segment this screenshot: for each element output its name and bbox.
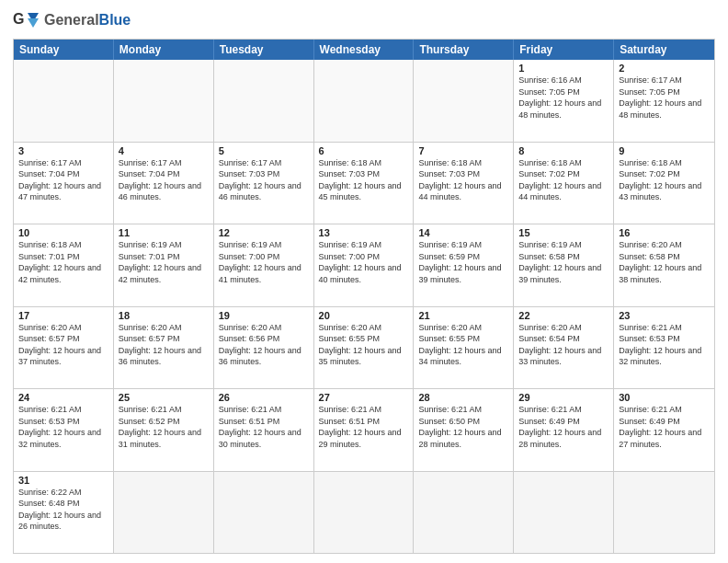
- calendar-cell: [114, 60, 214, 142]
- calendar-cell: 15Sunrise: 6:19 AM Sunset: 6:58 PM Dayli…: [514, 224, 614, 306]
- header: G GeneralBlue: [13, 9, 715, 31]
- day-number: 18: [119, 310, 209, 321]
- day-number: 6: [319, 145, 409, 156]
- cell-info: Sunrise: 6:18 AM Sunset: 7:03 PM Dayligh…: [319, 157, 409, 203]
- cell-info: Sunrise: 6:21 AM Sunset: 6:53 PM Dayligh…: [619, 322, 710, 368]
- cell-info: Sunrise: 6:17 AM Sunset: 7:04 PM Dayligh…: [119, 157, 209, 203]
- calendar-cell: 28Sunrise: 6:21 AM Sunset: 6:50 PM Dayli…: [414, 389, 514, 471]
- day-number: 3: [18, 145, 108, 156]
- cell-info: Sunrise: 6:20 AM Sunset: 6:54 PM Dayligh…: [518, 322, 609, 368]
- day-number: 31: [18, 475, 108, 486]
- weekday-header: Tuesday: [214, 40, 314, 60]
- weekday-header: Monday: [114, 40, 214, 60]
- calendar-cell: 25Sunrise: 6:21 AM Sunset: 6:52 PM Dayli…: [114, 389, 214, 471]
- weekday-header: Friday: [514, 40, 614, 60]
- calendar-cell: [414, 60, 514, 142]
- day-number: 11: [119, 227, 209, 238]
- cell-info: Sunrise: 6:19 AM Sunset: 7:01 PM Dayligh…: [119, 239, 209, 285]
- calendar-cell: 14Sunrise: 6:19 AM Sunset: 6:59 PM Dayli…: [414, 224, 514, 306]
- svg-marker-2: [28, 18, 39, 28]
- calendar-cell: [614, 472, 714, 554]
- cell-info: Sunrise: 6:22 AM Sunset: 6:48 PM Dayligh…: [18, 487, 108, 533]
- calendar-cell: 2Sunrise: 6:17 AM Sunset: 7:05 PM Daylig…: [614, 60, 714, 142]
- calendar-cell: 24Sunrise: 6:21 AM Sunset: 6:53 PM Dayli…: [14, 389, 114, 471]
- calendar-cell: [514, 472, 614, 554]
- calendar-cell: 27Sunrise: 6:21 AM Sunset: 6:51 PM Dayli…: [314, 389, 415, 471]
- calendar-row: 31Sunrise: 6:22 AM Sunset: 6:48 PM Dayli…: [14, 471, 714, 554]
- calendar-cell: [14, 60, 114, 142]
- weekday-header: Sunday: [14, 40, 114, 60]
- day-number: 9: [619, 145, 710, 156]
- cell-info: Sunrise: 6:17 AM Sunset: 7:04 PM Dayligh…: [18, 157, 108, 203]
- day-number: 22: [518, 310, 609, 321]
- calendar-cell: [114, 472, 214, 554]
- calendar-cell: 23Sunrise: 6:21 AM Sunset: 6:53 PM Dayli…: [614, 307, 714, 389]
- day-number: 7: [418, 145, 508, 156]
- calendar-cell: 17Sunrise: 6:20 AM Sunset: 6:57 PM Dayli…: [14, 307, 114, 389]
- calendar-cell: [214, 60, 314, 142]
- day-number: 5: [219, 145, 309, 156]
- day-number: 4: [119, 145, 209, 156]
- calendar-cell: 26Sunrise: 6:21 AM Sunset: 6:51 PM Dayli…: [214, 389, 314, 471]
- calendar-cell: 18Sunrise: 6:20 AM Sunset: 6:57 PM Dayli…: [114, 307, 214, 389]
- day-number: 15: [518, 227, 609, 238]
- calendar-row: 1Sunrise: 6:16 AM Sunset: 7:05 PM Daylig…: [14, 60, 714, 142]
- day-number: 27: [319, 392, 409, 403]
- cell-info: Sunrise: 6:21 AM Sunset: 6:51 PM Dayligh…: [319, 404, 409, 450]
- day-number: 16: [619, 227, 710, 238]
- weekday-header: Thursday: [414, 40, 514, 60]
- day-number: 12: [219, 227, 309, 238]
- cell-info: Sunrise: 6:21 AM Sunset: 6:51 PM Dayligh…: [219, 404, 309, 450]
- cell-info: Sunrise: 6:18 AM Sunset: 7:02 PM Dayligh…: [518, 157, 609, 203]
- day-number: 17: [18, 310, 108, 321]
- cell-info: Sunrise: 6:19 AM Sunset: 6:58 PM Dayligh…: [518, 239, 609, 285]
- logo: G GeneralBlue: [13, 9, 131, 31]
- calendar-cell: 3Sunrise: 6:17 AM Sunset: 7:04 PM Daylig…: [14, 143, 114, 224]
- day-number: 25: [119, 392, 209, 403]
- cell-info: Sunrise: 6:21 AM Sunset: 6:53 PM Dayligh…: [18, 404, 108, 450]
- logo-label: GeneralBlue: [44, 12, 131, 29]
- calendar-cell: 11Sunrise: 6:19 AM Sunset: 7:01 PM Dayli…: [114, 224, 214, 306]
- day-number: 10: [18, 227, 108, 238]
- logo-icon: G: [13, 9, 40, 31]
- calendar-header: SundayMondayTuesdayWednesdayThursdayFrid…: [14, 40, 714, 60]
- cell-info: Sunrise: 6:20 AM Sunset: 6:57 PM Dayligh…: [18, 322, 108, 368]
- calendar: SundayMondayTuesdayWednesdayThursdayFrid…: [13, 39, 715, 554]
- calendar-cell: 12Sunrise: 6:19 AM Sunset: 7:00 PM Dayli…: [214, 224, 314, 306]
- cell-info: Sunrise: 6:17 AM Sunset: 7:05 PM Dayligh…: [619, 75, 710, 121]
- calendar-cell: 29Sunrise: 6:21 AM Sunset: 6:49 PM Dayli…: [514, 389, 614, 471]
- cell-info: Sunrise: 6:19 AM Sunset: 7:00 PM Dayligh…: [319, 239, 409, 285]
- calendar-body: 1Sunrise: 6:16 AM Sunset: 7:05 PM Daylig…: [14, 60, 714, 553]
- calendar-row: 3Sunrise: 6:17 AM Sunset: 7:04 PM Daylig…: [14, 142, 714, 224]
- calendar-cell: 22Sunrise: 6:20 AM Sunset: 6:54 PM Dayli…: [514, 307, 614, 389]
- calendar-row: 24Sunrise: 6:21 AM Sunset: 6:53 PM Dayli…: [14, 388, 714, 471]
- calendar-cell: 6Sunrise: 6:18 AM Sunset: 7:03 PM Daylig…: [314, 143, 415, 224]
- day-number: 26: [219, 392, 309, 403]
- cell-info: Sunrise: 6:20 AM Sunset: 6:57 PM Dayligh…: [119, 322, 209, 368]
- calendar-cell: 4Sunrise: 6:17 AM Sunset: 7:04 PM Daylig…: [114, 143, 214, 224]
- day-number: 30: [619, 392, 710, 403]
- cell-info: Sunrise: 6:21 AM Sunset: 6:49 PM Dayligh…: [619, 404, 710, 450]
- calendar-row: 17Sunrise: 6:20 AM Sunset: 6:57 PM Dayli…: [14, 306, 714, 389]
- calendar-cell: 13Sunrise: 6:19 AM Sunset: 7:00 PM Dayli…: [314, 224, 415, 306]
- cell-info: Sunrise: 6:19 AM Sunset: 7:00 PM Dayligh…: [219, 239, 309, 285]
- calendar-cell: 1Sunrise: 6:16 AM Sunset: 7:05 PM Daylig…: [514, 60, 614, 142]
- calendar-cell: 8Sunrise: 6:18 AM Sunset: 7:02 PM Daylig…: [514, 143, 614, 224]
- calendar-cell: 9Sunrise: 6:18 AM Sunset: 7:02 PM Daylig…: [614, 143, 714, 224]
- cell-info: Sunrise: 6:17 AM Sunset: 7:03 PM Dayligh…: [219, 157, 309, 203]
- cell-info: Sunrise: 6:21 AM Sunset: 6:50 PM Dayligh…: [418, 404, 508, 450]
- day-number: 23: [619, 310, 710, 321]
- cell-info: Sunrise: 6:18 AM Sunset: 7:03 PM Dayligh…: [418, 157, 508, 203]
- calendar-cell: [314, 60, 415, 142]
- cell-info: Sunrise: 6:20 AM Sunset: 6:58 PM Dayligh…: [619, 239, 710, 285]
- calendar-cell: 21Sunrise: 6:20 AM Sunset: 6:55 PM Dayli…: [414, 307, 514, 389]
- calendar-cell: 5Sunrise: 6:17 AM Sunset: 7:03 PM Daylig…: [214, 143, 314, 224]
- calendar-cell: 20Sunrise: 6:20 AM Sunset: 6:55 PM Dayli…: [314, 307, 415, 389]
- cell-info: Sunrise: 6:20 AM Sunset: 6:55 PM Dayligh…: [418, 322, 508, 368]
- day-number: 24: [18, 392, 108, 403]
- calendar-cell: 31Sunrise: 6:22 AM Sunset: 6:48 PM Dayli…: [14, 472, 114, 554]
- day-number: 21: [418, 310, 508, 321]
- day-number: 28: [418, 392, 508, 403]
- cell-info: Sunrise: 6:21 AM Sunset: 6:49 PM Dayligh…: [518, 404, 609, 450]
- cell-info: Sunrise: 6:18 AM Sunset: 7:01 PM Dayligh…: [18, 239, 108, 285]
